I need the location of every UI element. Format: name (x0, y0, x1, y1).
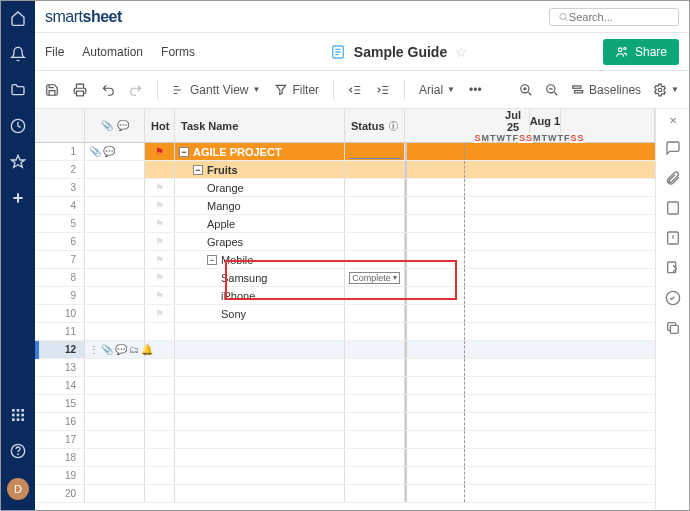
task-cell[interactable]: Orange (175, 179, 345, 196)
row-number[interactable]: 11 (35, 323, 85, 340)
row-number[interactable]: 12 (35, 341, 85, 358)
collapse-toggle[interactable]: − (179, 147, 189, 157)
task-cell[interactable]: −Mobile (175, 251, 345, 268)
gantt-cell[interactable] (405, 233, 655, 250)
hot-cell[interactable]: ⚑ (145, 251, 175, 268)
table-row[interactable]: 3⚑Orange (35, 179, 655, 197)
comment-icon[interactable]: 💬 (103, 146, 115, 157)
row-number[interactable]: 14 (35, 377, 85, 394)
table-row[interactable]: 19 (35, 467, 655, 485)
table-row[interactable]: 12⋮📎💬🗂🔔 (35, 341, 655, 359)
font-picker[interactable]: Arial ▼ (419, 83, 455, 97)
row-action-icon[interactable]: 📎 (101, 344, 113, 355)
gantt-cell[interactable] (405, 377, 655, 394)
indent-button[interactable] (376, 83, 390, 97)
favorites-icon[interactable] (9, 153, 27, 171)
gantt-cell[interactable] (405, 179, 655, 196)
hot-cell[interactable] (145, 413, 175, 430)
table-row[interactable]: 17 (35, 431, 655, 449)
hot-cell[interactable] (145, 341, 175, 358)
row-number[interactable]: 8 (35, 269, 85, 286)
menu-automation[interactable]: Automation (82, 45, 143, 59)
row-number[interactable]: 9 (35, 287, 85, 304)
collapse-toggle[interactable]: − (207, 255, 217, 265)
task-cell[interactable]: −Fruits (175, 161, 345, 178)
hot-cell[interactable] (145, 485, 175, 502)
add-icon[interactable] (9, 189, 27, 207)
menu-file[interactable]: File (45, 45, 64, 59)
task-cell[interactable]: Samsung (175, 269, 345, 286)
proofs-icon[interactable] (665, 200, 681, 216)
row-number[interactable]: 5 (35, 215, 85, 232)
settings-button[interactable]: ▼ (653, 83, 679, 97)
hot-cell[interactable]: ⚑ (145, 287, 175, 304)
gantt-cell[interactable] (405, 449, 655, 466)
table-row[interactable]: 8⚑SamsungComplete▾ (35, 269, 655, 287)
baselines-button[interactable]: Baselines (571, 83, 641, 97)
table-row[interactable]: 6⚑Grapes (35, 233, 655, 251)
zoom-out-button[interactable] (545, 83, 559, 97)
flag-icon[interactable]: ⚑ (155, 146, 164, 157)
home-icon[interactable] (9, 9, 27, 27)
status-cell[interactable] (345, 161, 405, 178)
copy-icon[interactable] (665, 320, 681, 336)
share-button[interactable]: Share (603, 39, 679, 65)
gantt-cell[interactable] (405, 341, 655, 358)
hot-cell[interactable] (145, 377, 175, 394)
status-cell[interactable]: Complete▾ (345, 269, 405, 286)
status-cell[interactable] (345, 179, 405, 196)
attachment-icon[interactable]: 📎 (89, 146, 101, 157)
hot-cell[interactable]: ⚑ (145, 179, 175, 196)
task-cell[interactable] (175, 467, 345, 484)
status-cell[interactable] (345, 413, 405, 430)
recent-icon[interactable] (9, 117, 27, 135)
task-cell[interactable] (175, 413, 345, 430)
attachments-icon[interactable] (665, 170, 681, 186)
status-cell[interactable] (345, 341, 405, 358)
more-button[interactable]: ••• (469, 83, 482, 97)
status-cell[interactable] (345, 467, 405, 484)
gantt-cell[interactable] (405, 485, 655, 502)
avatar[interactable]: D (7, 478, 29, 500)
status-cell[interactable] (345, 251, 405, 268)
col-status[interactable]: Status (351, 120, 385, 132)
status-cell[interactable] (345, 377, 405, 394)
gantt-cell[interactable] (405, 215, 655, 232)
gantt-cell[interactable] (405, 413, 655, 430)
undo-button[interactable] (101, 83, 115, 97)
task-cell[interactable]: −AGILE PROJECT (175, 143, 345, 160)
status-cell[interactable] (345, 359, 405, 376)
view-switcher[interactable]: Gantt View ▼ (172, 83, 260, 97)
row-action-icon[interactable]: 💬 (115, 344, 127, 355)
status-cell[interactable] (345, 395, 405, 412)
table-row[interactable]: 11 (35, 323, 655, 341)
table-row[interactable]: 14 (35, 377, 655, 395)
table-row[interactable]: 5⚑Apple (35, 215, 655, 233)
outdent-button[interactable] (348, 83, 362, 97)
task-cell[interactable] (175, 323, 345, 340)
flag-icon[interactable]: ⚑ (155, 308, 164, 319)
table-row[interactable]: 16 (35, 413, 655, 431)
task-cell[interactable]: Mango (175, 197, 345, 214)
hot-cell[interactable]: ⚑ (145, 233, 175, 250)
publish-icon[interactable] (665, 260, 681, 276)
hot-cell[interactable] (145, 431, 175, 448)
table-row[interactable]: 7⚑−Mobile (35, 251, 655, 269)
task-cell[interactable] (175, 377, 345, 394)
row-number[interactable]: 7 (35, 251, 85, 268)
update-requests-icon[interactable] (665, 230, 681, 246)
info-icon[interactable]: i (389, 121, 398, 131)
task-cell[interactable] (175, 449, 345, 466)
status-cell[interactable] (345, 215, 405, 232)
row-number[interactable]: 1 (35, 143, 85, 160)
redo-button[interactable] (129, 83, 143, 97)
gantt-cell[interactable] (405, 323, 655, 340)
zoom-in-button[interactable] (519, 83, 533, 97)
hot-cell[interactable] (145, 323, 175, 340)
table-row[interactable]: 4⚑Mango (35, 197, 655, 215)
flag-icon[interactable]: ⚑ (155, 200, 164, 211)
gantt-cell[interactable] (405, 197, 655, 214)
row-number[interactable]: 16 (35, 413, 85, 430)
status-cell[interactable] (345, 305, 405, 322)
table-row[interactable]: 10⚑Sony (35, 305, 655, 323)
